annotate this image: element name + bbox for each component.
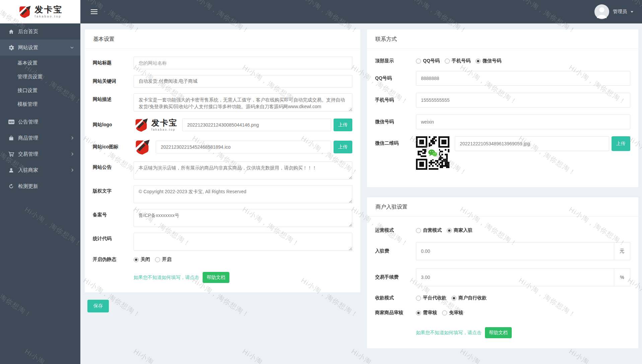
field-label-description: 网站描述	[93, 93, 134, 102]
qrcode-upload-button[interactable]: 上传	[612, 136, 630, 151]
sidebar-item-products[interactable]: 商品管理	[0, 130, 80, 146]
home-icon	[8, 29, 15, 34]
field-label-commission: 交易手续费	[375, 274, 416, 280]
shopping-bag-icon	[8, 135, 15, 141]
qq-number-input[interactable]	[416, 71, 630, 86]
chevron-down-icon	[631, 11, 633, 13]
field-label-top-display: 顶部显示	[375, 58, 416, 64]
sidebar-item-check-update[interactable]: 检测更新	[0, 178, 80, 194]
radio-audit-required[interactable]: 需审核	[416, 310, 437, 316]
sidebar-item-label: 交易管理	[18, 151, 71, 157]
radio-mode-self[interactable]: 自营模式	[416, 227, 442, 233]
radio-rewrite-off[interactable]: 关闭	[134, 257, 150, 263]
sidebar: 后台首页 网站设置 基本设置 管理员设置 接口设置 模板管理 NEW 公告管理 …	[0, 23, 80, 364]
radio-mode-merchant[interactable]: 商家入驻	[447, 227, 473, 233]
field-label-site-title: 网站标题	[93, 60, 134, 66]
phone-number-input[interactable]	[416, 93, 630, 107]
wechat-id-input[interactable]	[416, 115, 630, 129]
sidebar-item-transactions[interactable]: 交易管理	[0, 146, 80, 162]
panel-merchant-settings: 商户入驻设置 运营模式 自营模式 商家入驻 入驻费 元	[367, 197, 638, 348]
brand-logo-icon	[18, 5, 32, 19]
field-label-copyright: 版权文字	[93, 185, 134, 194]
sidebar-item-api-settings[interactable]: 接口设置	[0, 84, 80, 97]
panel-title: 商户入驻设置	[367, 197, 638, 217]
help-doc-button[interactable]: 帮助文档	[203, 272, 229, 283]
sidebar-item-merchants[interactable]: 入驻商家	[0, 162, 80, 178]
sidebar-item-label: 公告管理	[18, 119, 74, 125]
field-label-notice: 网站公告	[93, 161, 134, 170]
sidebar-item-dashboard[interactable]: 后台首页	[0, 23, 80, 40]
site-logo-filename-input[interactable]	[182, 119, 331, 131]
svg-text:NEW: NEW	[9, 121, 14, 123]
radio-rewrite-on[interactable]: 开启	[155, 257, 171, 263]
site-settings-submenu: 基本设置 管理员设置 接口设置 模板管理	[0, 56, 80, 114]
topbar: 发卡宝 fakabao.top 管理员	[0, 0, 642, 23]
user-menu[interactable]: 管理员	[594, 4, 633, 19]
help-hint-text: 如果您不知道如何填写，请点击	[416, 330, 482, 336]
field-label-rewrite: 开启伪静态	[93, 257, 134, 263]
chevron-right-icon	[71, 168, 74, 172]
sidebar-item-template-manage[interactable]: 模板管理	[0, 97, 80, 111]
field-label-qq: QQ号码	[375, 75, 416, 81]
brand-name: 发卡宝	[35, 5, 63, 14]
entry-fee-input[interactable]	[416, 242, 614, 260]
chevron-down-icon	[70, 47, 74, 49]
radio-top-display-phone[interactable]: 手机号码	[445, 58, 471, 64]
main-content: 基本设置 网站标题 网站关键词 网站描述 发卡宝是一套功能强大的卡密寄售系统，无…	[80, 23, 642, 364]
user-name: 管理员	[613, 9, 627, 15]
sidebar-item-announcement[interactable]: NEW 公告管理	[0, 114, 80, 130]
field-label-keywords: 网站关键词	[93, 78, 134, 84]
gear-icon	[8, 45, 15, 51]
help-hint-text: 如果您不知道如何填写，请点击	[134, 275, 199, 281]
cart-icon	[8, 151, 15, 157]
sidebar-item-label: 网站设置	[18, 45, 70, 51]
user-icon	[8, 167, 15, 173]
field-label-site-ico: 网站ico图标	[93, 144, 134, 150]
icp-number-textarea[interactable]: 鲁ICP备xxxxxxxx号	[134, 209, 352, 227]
field-label-wechat: 微信号码	[375, 119, 416, 125]
site-description-textarea[interactable]: 发卡宝是一套功能强大的卡密寄售系统，无需人工值守，客户在线购买即可自动完成交易。…	[134, 93, 352, 112]
brand-logo-icon	[134, 117, 149, 133]
field-label-operation-mode: 运营模式	[375, 227, 416, 233]
radio-collect-merchant[interactable]: 商户自行收款	[451, 295, 487, 301]
radio-top-display-qq[interactable]: QQ号码	[416, 58, 440, 64]
site-title-input[interactable]	[134, 57, 352, 69]
field-label-entry-fee: 入驻费	[375, 248, 416, 254]
stats-code-textarea[interactable]	[134, 233, 352, 251]
sidebar-item-label: 入驻商家	[18, 167, 71, 173]
qrcode-filename-input[interactable]	[455, 136, 609, 151]
sidebar-item-label: 检测更新	[18, 183, 74, 190]
site-ico-filename-input[interactable]	[156, 141, 331, 153]
radio-audit-free[interactable]: 免审核	[442, 310, 463, 316]
radio-top-display-wechat[interactable]: 微信号码	[476, 58, 501, 64]
hamburger-menu-icon[interactable]	[89, 6, 99, 17]
sidebar-item-label: 后台首页	[18, 28, 74, 35]
copyright-textarea[interactable]: © Copyright 2022-2023 发卡宝, All Rights Re…	[134, 185, 352, 203]
commission-input[interactable]	[416, 269, 614, 286]
unit-addon: %	[614, 269, 630, 286]
field-label-site-logo: 网站logo	[93, 122, 134, 128]
site-keywords-input[interactable]	[134, 75, 352, 88]
ico-upload-button[interactable]: 上传	[334, 141, 352, 153]
brand-domain: fakabao.top	[35, 15, 63, 18]
panel-basic-settings: 基本设置 网站标题 网站关键词 网站描述 发卡宝是一套功能强大的卡密寄售系统，无…	[85, 29, 360, 292]
brand-logo[interactable]: 发卡宝 fakabao.top	[0, 0, 80, 23]
field-label-icp: 备案号	[93, 209, 134, 218]
save-button[interactable]: 保存	[87, 300, 109, 312]
site-notice-textarea[interactable]: 本店铺为演示店铺，所有展示的商品均非真实商品，仅供填充数据用，请勿购买！！！	[134, 161, 352, 179]
brand-logo-icon	[134, 138, 151, 156]
sidebar-item-label: 商品管理	[18, 135, 71, 141]
chevron-right-icon	[71, 152, 74, 156]
radio-collect-platform[interactable]: 平台代收款	[416, 295, 446, 301]
logo-upload-button[interactable]: 上传	[334, 119, 352, 131]
panel-title: 基本设置	[85, 29, 360, 49]
site-logo-preview: 发卡宝 fakabao.top	[134, 117, 177, 133]
help-doc-button[interactable]: 帮助文档	[485, 327, 512, 338]
field-label-wechat-qrcode: 微信二维码	[375, 136, 416, 146]
chevron-right-icon	[71, 136, 74, 140]
sidebar-item-site-settings[interactable]: 网站设置	[0, 40, 80, 56]
site-ico-preview	[134, 138, 151, 156]
sidebar-item-basic-settings[interactable]: 基本设置	[0, 56, 80, 70]
field-label-collect-mode: 收款模式	[375, 295, 416, 301]
sidebar-item-admin-settings[interactable]: 管理员设置	[0, 70, 80, 84]
